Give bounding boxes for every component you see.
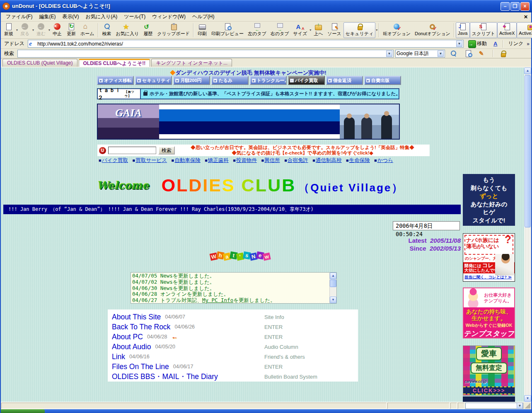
activex-toggle-button[interactable]: ActiveX [497, 22, 517, 38]
right-tab-button[interactable]: 右のタブ [268, 22, 291, 38]
address-dropdown-icon[interactable]: ▼ [456, 41, 462, 47]
activex-dl-toggle-button[interactable]: ActiveX[DL] [517, 22, 532, 38]
menu-link[interactable]: OLDIES BBS・MAIL・The Diary [112, 372, 218, 382]
scroll-down-icon[interactable]: ▼ [524, 395, 531, 402]
my-pc-info-link[interactable]: My PC Info [202, 297, 233, 303]
ie-options-button[interactable]: IEオプション [381, 22, 413, 38]
ad-button-bike[interactable]: ▫バイク買取 [288, 76, 325, 85]
address-url[interactable]: http://www31.tok2.com/home2/rivieras/ [37, 41, 123, 47]
search-input[interactable]: ▼ [17, 50, 394, 58]
tabi2-banner[interactable]: ｔａｂｉ２【旅ツウ】 ホテル・旅館選びの新しい基準、「ベストプライス保証」も本格… [97, 88, 399, 99]
minimize-button[interactable]: – [501, 2, 510, 11]
refresh-button[interactable]: 更新 [64, 22, 78, 38]
link-detective[interactable]: 興信所 [264, 157, 280, 163]
browser-vertical-scrollbar[interactable]: ▲ ▼ [524, 68, 531, 402]
donut-options-button[interactable]: Donutオプション [413, 22, 452, 38]
search-button[interactable]: 検索 [100, 22, 114, 38]
ad-button-office[interactable]: ▸オフィス移転 [97, 76, 134, 85]
stop-button[interactable]: 中止 [50, 22, 64, 38]
web-search-button[interactable] [447, 49, 460, 58]
favorites-button[interactable]: お気に入り [114, 22, 141, 38]
menu-favorites[interactable]: お気に入り(A) [82, 12, 121, 22]
tab-oldies-club-welcome[interactable]: OLDIES CLUBへようこそ!! [79, 59, 150, 67]
menu-link[interactable]: About Audio [112, 343, 151, 351]
left-tab-button[interactable]: 左のタブ [246, 22, 268, 38]
forward-button[interactable]: 進む [34, 22, 48, 38]
menu-link[interactable]: About This Site [112, 313, 161, 321]
history-button[interactable]: 履歴 [141, 22, 155, 38]
page-search-button[interactable] [462, 49, 475, 58]
links-label[interactable]: リンク [506, 40, 525, 47]
menu-link[interactable]: Link [112, 353, 125, 361]
menu-file[interactable]: ファイル(F) [2, 12, 36, 22]
link-property[interactable]: 投資物件 [236, 157, 257, 163]
scroll-thumb[interactable] [525, 75, 531, 227]
link-school[interactable]: 通信制高校 [316, 157, 342, 163]
security-button[interactable]: セキュリティ [343, 22, 376, 38]
ad-button-monthly[interactable]: ▸月額200円 [173, 76, 210, 85]
close-button[interactable]: × [520, 2, 530, 11]
scroll-thumb[interactable] [330, 280, 336, 287]
home-button[interactable]: ホーム [78, 22, 97, 38]
promo-search-input[interactable] [108, 147, 156, 154]
engine-dropdown-icon[interactable]: ▼ [438, 51, 444, 57]
font-size-button[interactable]: サイズ [291, 22, 309, 38]
ad-beard-styler[interactable]: もう 剃らなくても ずっと あなた好みの ヒゲ スタイルで! [463, 174, 515, 226]
print-button[interactable]: 印刷 [195, 22, 209, 38]
security-dropdown-icon[interactable]: ▾ [376, 28, 377, 32]
resize-grip[interactable] [525, 403, 530, 408]
new-button[interactable]: 新規 [2, 22, 16, 38]
ad-shampoo[interactable]: ナバホ族には 薄毛がいない ? のシャンプー、大人気!! 開発には コレ を大切… [463, 233, 515, 282]
status-dropdown[interactable]: ▼ [465, 403, 523, 409]
tab-kingsoft-internet[interactable]: キングソフト インターネット... [151, 59, 232, 67]
tab-oldies-club-quiet-village[interactable]: OLDIES CLUB (Quiet Village) [2, 59, 77, 67]
gaia-banner[interactable]: GAIA [97, 104, 400, 140]
menu-tools[interactable]: ツール(T) [121, 12, 149, 22]
font-button[interactable]: A [491, 40, 500, 48]
restore-button[interactable]: ❐ [510, 2, 520, 11]
search-engine-select[interactable]: Google 日本語 ▼ [395, 50, 445, 58]
carview-click[interactable]: CLICK>>> [463, 386, 515, 394]
print-preview-button[interactable]: 印刷プレビュー [209, 22, 246, 38]
ad-button-debt[interactable]: ▸借金返済 [326, 76, 363, 85]
address-input[interactable]: http://www31.tok2.com/home2/rivieras/ ▼ [28, 40, 464, 48]
java-toggle-button[interactable]: Java [456, 22, 470, 38]
news-scrollbox[interactable]: 04/07/05 Newsを更新しました。 04/07/02 Newsを更新しま… [131, 272, 337, 304]
ad-carview[interactable]: 愛車 無料査定 carview.co.jp CLICK>>> [463, 345, 515, 396]
link-life-insurance[interactable]: 生命保険 [349, 157, 370, 163]
clipboard-button[interactable]: クリップボード [155, 22, 192, 38]
ad-button-tarumi[interactable]: ▸たるみ [211, 76, 248, 85]
search-dropdown-icon[interactable]: ▼ [386, 51, 392, 57]
news-scrollbar[interactable]: ▲ ▼ [329, 273, 336, 303]
scroll-down-icon[interactable]: ▼ [330, 297, 336, 303]
link-bike[interactable]: バイク買取 [102, 157, 128, 163]
title-bar[interactable]: unDonut - [OLDIES CLUBへようこそ!!] – ❐ × [0, 0, 532, 12]
menu-view[interactable]: 表示(V) [59, 12, 82, 22]
up-button[interactable]: 上へ [311, 22, 325, 38]
status-dropdown-icon[interactable]: ▼ [517, 403, 523, 409]
promo-text[interactable]: ◆思い立ったが吉日です。英会話は、ビジネスでも必要です。スキルアップをしよう!「… [177, 145, 428, 156]
menu-link[interactable]: About PC [112, 333, 143, 341]
highlight-button[interactable] [476, 49, 490, 58]
link-wig[interactable]: かつら [377, 157, 393, 163]
ad-button-trunkroom[interactable]: ▸トランクルーム [250, 76, 287, 85]
link-license[interactable]: 合宿免許 [288, 157, 308, 163]
security-lock-button[interactable] [496, 49, 510, 58]
menu-link[interactable]: Back To The Rock [112, 323, 170, 331]
menu-edit[interactable]: 編集(E) [36, 12, 59, 22]
scroll-up-icon[interactable]: ▲ [330, 273, 336, 279]
promo-search-button[interactable]: 検索 [158, 146, 175, 155]
ad-button-publish[interactable]: ▸自費出版 [364, 76, 401, 85]
script-toggle-button[interactable]: スクリプト [470, 22, 497, 38]
menu-window[interactable]: ウィンドウ(W) [149, 12, 189, 22]
child-close-icon[interactable]: ✕ [522, 14, 530, 20]
menu-help[interactable]: ヘルプ(H) [189, 12, 218, 22]
ad-tempstaff[interactable]: お仕事大好きテンプりん。 あなたの持ち味、生かせます。 Webからすぐに登録OK… [463, 287, 515, 338]
links-chevron-icon[interactable]: » [527, 41, 530, 47]
menu-link[interactable]: Files On The Line [112, 362, 169, 371]
source-button[interactable]: ソース [325, 22, 343, 38]
back-button[interactable]: 戻る [18, 22, 32, 38]
scroll-up-icon[interactable]: ▲ [524, 68, 531, 74]
link-kaitori[interactable]: 買取サービス [135, 157, 167, 163]
link-dental[interactable]: 矯正歯科 [208, 157, 229, 163]
